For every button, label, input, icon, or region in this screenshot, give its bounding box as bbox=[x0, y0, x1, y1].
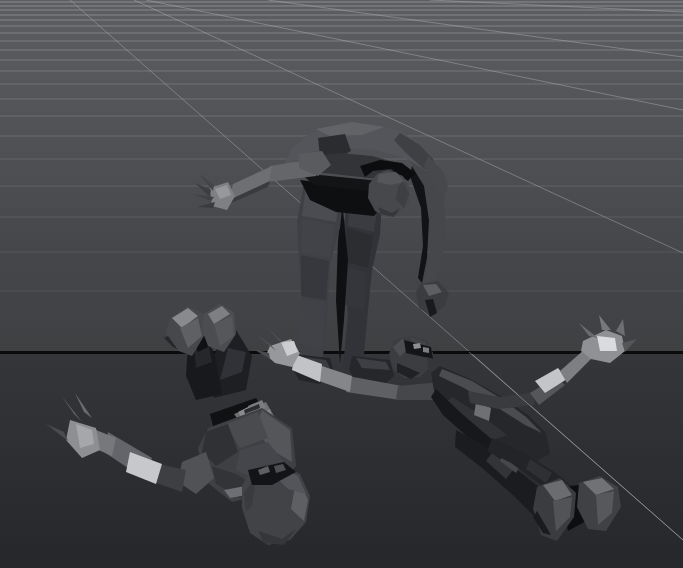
figure-bent-over-facet bbox=[301, 218, 335, 258]
figure-bent-over-facet bbox=[301, 255, 329, 300]
figure-lying-right-facet bbox=[413, 343, 421, 349]
3d-viewport[interactable]: 3D viewport showing three low-poly ragdo… bbox=[0, 0, 683, 568]
figure-bent-over-facet bbox=[299, 298, 325, 348]
figure-lying-right-facet bbox=[423, 347, 429, 353]
figure-lying-right-facet bbox=[597, 336, 617, 351]
scene-canvas[interactable] bbox=[0, 0, 683, 568]
figure-bent-over-facet bbox=[345, 266, 367, 310]
